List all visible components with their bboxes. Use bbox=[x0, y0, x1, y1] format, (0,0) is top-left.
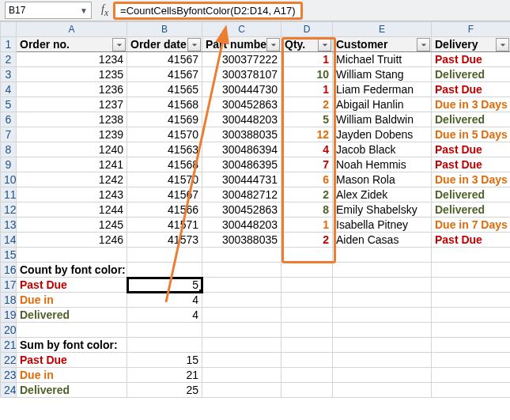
empty-cell[interactable] bbox=[432, 293, 511, 308]
cell-part-number[interactable]: 300486395 bbox=[202, 157, 281, 172]
empty-cell[interactable] bbox=[432, 323, 511, 338]
cell-delivery[interactable]: Due in 5 Days bbox=[432, 127, 511, 142]
row-header[interactable]: 24 bbox=[1, 383, 17, 398]
row-header[interactable]: 8 bbox=[1, 142, 17, 157]
cell-customer[interactable]: Abigail Hanlin bbox=[333, 97, 432, 112]
empty-cell[interactable] bbox=[432, 338, 511, 353]
cell-part-number[interactable]: 300388035 bbox=[202, 127, 281, 142]
cell-customer[interactable]: Michael Truitt bbox=[333, 52, 432, 67]
cell-order-no[interactable]: 1240 bbox=[17, 142, 127, 157]
summary-label[interactable]: Past Due bbox=[17, 278, 127, 293]
empty-cell[interactable] bbox=[281, 248, 333, 263]
empty-cell[interactable] bbox=[432, 383, 511, 398]
cell-delivery[interactable]: Past Due bbox=[432, 82, 511, 97]
cell-customer[interactable]: Jayden Dobens bbox=[333, 127, 432, 142]
empty-cell[interactable] bbox=[127, 323, 202, 338]
cell-qty[interactable]: 1 bbox=[281, 82, 333, 97]
row-header[interactable]: 14 bbox=[1, 233, 17, 248]
empty-cell[interactable] bbox=[202, 263, 281, 278]
cell-customer[interactable]: Alex Zidek bbox=[333, 187, 432, 202]
cell-qty[interactable]: 2 bbox=[281, 233, 333, 248]
cell-order-date[interactable]: 41570 bbox=[127, 172, 202, 187]
cell-part-number[interactable]: 300444731 bbox=[202, 172, 281, 187]
empty-cell[interactable] bbox=[17, 248, 127, 263]
formula-input[interactable]: =CountCellsByfontColor(D2:D14, A17) bbox=[113, 2, 302, 20]
empty-cell[interactable] bbox=[333, 338, 432, 353]
cell-customer[interactable]: Aiden Casas bbox=[333, 233, 432, 248]
cell-qty[interactable]: 7 bbox=[281, 157, 333, 172]
empty-cell[interactable] bbox=[281, 368, 333, 383]
empty-cell[interactable] bbox=[333, 353, 432, 368]
section-count-title[interactable]: Count by font color: bbox=[17, 263, 127, 278]
row-header[interactable]: 10 bbox=[1, 172, 17, 187]
empty-cell[interactable] bbox=[202, 308, 281, 323]
empty-cell[interactable] bbox=[281, 278, 333, 293]
cell-part-number[interactable]: 300452863 bbox=[202, 97, 281, 112]
empty-cell[interactable] bbox=[333, 278, 432, 293]
cell-order-date[interactable]: 41567 bbox=[127, 187, 202, 202]
cell-qty[interactable]: 5 bbox=[281, 112, 333, 127]
empty-cell[interactable] bbox=[432, 353, 511, 368]
cell-delivery[interactable]: Delivered bbox=[432, 67, 511, 82]
section-sum-title[interactable]: Sum by font color: bbox=[17, 338, 127, 353]
summary-value[interactable]: 5 bbox=[127, 278, 202, 293]
cell-delivery[interactable]: Delivered bbox=[432, 202, 511, 218]
summary-label[interactable]: Delivered bbox=[17, 383, 127, 398]
empty-cell[interactable] bbox=[432, 308, 511, 323]
row-header[interactable]: 21 bbox=[1, 338, 17, 353]
fx-icon[interactable]: fx bbox=[101, 3, 108, 18]
empty-cell[interactable] bbox=[281, 323, 333, 338]
row-header[interactable]: 20 bbox=[1, 323, 17, 338]
row-header[interactable]: 6 bbox=[1, 112, 17, 127]
cell-order-date[interactable]: 41567 bbox=[127, 67, 202, 82]
summary-label[interactable]: Delivered bbox=[17, 308, 127, 323]
cell-order-no[interactable]: 1234 bbox=[17, 52, 127, 67]
cell-order-no[interactable]: 1242 bbox=[17, 172, 127, 187]
row-header[interactable]: 2 bbox=[1, 52, 17, 67]
row-header[interactable]: 15 bbox=[1, 248, 17, 263]
cell-order-no[interactable]: 1243 bbox=[17, 187, 127, 202]
empty-cell[interactable] bbox=[281, 293, 333, 308]
empty-cell[interactable] bbox=[127, 338, 202, 353]
cell-customer[interactable]: Jacob Black bbox=[333, 142, 432, 157]
row-header[interactable]: 5 bbox=[1, 97, 17, 112]
summary-value[interactable]: 4 bbox=[127, 308, 202, 323]
hdr-qty[interactable]: Qty. bbox=[281, 37, 333, 52]
row-header[interactable]: 9 bbox=[1, 157, 17, 172]
filter-dropdown-icon[interactable] bbox=[496, 38, 509, 51]
cell-customer[interactable]: Mason Rola bbox=[333, 172, 432, 187]
cell-part-number[interactable]: 300377222 bbox=[202, 52, 281, 67]
row-header[interactable]: 11 bbox=[1, 187, 17, 202]
cell-qty[interactable]: 2 bbox=[281, 187, 333, 202]
row-header[interactable]: 17 bbox=[1, 278, 17, 293]
row-header[interactable]: 18 bbox=[1, 293, 17, 308]
empty-cell[interactable] bbox=[202, 383, 281, 398]
cell-part-number[interactable]: 300448203 bbox=[202, 218, 281, 233]
col-header-C[interactable]: C bbox=[202, 22, 281, 37]
empty-cell[interactable] bbox=[127, 248, 202, 263]
summary-value[interactable]: 4 bbox=[127, 293, 202, 308]
cell-part-number[interactable]: 300444730 bbox=[202, 82, 281, 97]
col-header-E[interactable]: E bbox=[333, 22, 432, 37]
col-header-D[interactable]: D bbox=[281, 22, 333, 37]
cell-qty[interactable]: 8 bbox=[281, 202, 333, 218]
cell-qty[interactable]: 6 bbox=[281, 172, 333, 187]
row-header[interactable]: 19 bbox=[1, 308, 17, 323]
filter-dropdown-icon[interactable] bbox=[318, 38, 331, 51]
cell-customer[interactable]: Liam Federman bbox=[333, 82, 432, 97]
empty-cell[interactable] bbox=[281, 383, 333, 398]
empty-cell[interactable] bbox=[333, 248, 432, 263]
cell-delivery[interactable]: Due in 3 Days bbox=[432, 97, 511, 112]
spreadsheet-grid[interactable]: A B C D E F 1 Order no. Order date Part … bbox=[0, 21, 510, 398]
cell-order-no[interactable]: 1235 bbox=[17, 67, 127, 82]
empty-cell[interactable] bbox=[281, 263, 333, 278]
cell-qty[interactable]: 1 bbox=[281, 218, 333, 233]
empty-cell[interactable] bbox=[432, 368, 511, 383]
summary-label[interactable]: Due in bbox=[17, 293, 127, 308]
empty-cell[interactable] bbox=[432, 263, 511, 278]
cell-customer[interactable]: Isabella Pitney bbox=[333, 218, 432, 233]
cell-order-no[interactable]: 1246 bbox=[17, 233, 127, 248]
cell-order-no[interactable]: 1244 bbox=[17, 202, 127, 218]
cell-customer[interactable]: Emily Shabelsky bbox=[333, 202, 432, 218]
row-header[interactable]: 16 bbox=[1, 263, 17, 278]
